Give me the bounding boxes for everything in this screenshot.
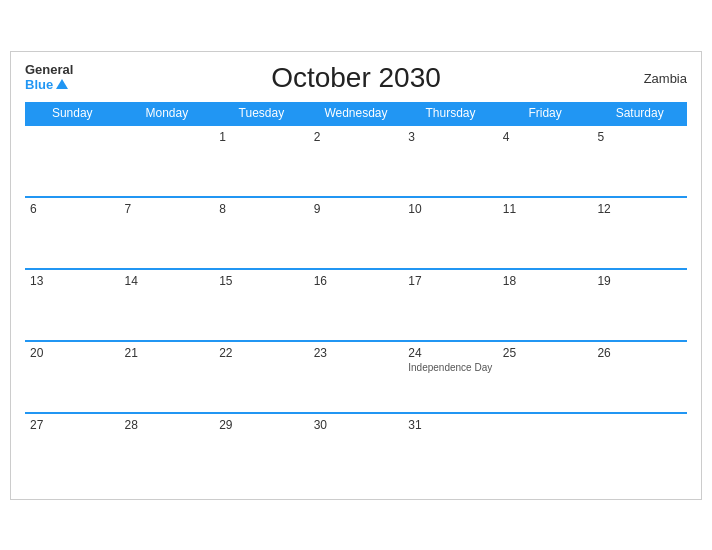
day-number: 31 (408, 418, 493, 432)
header-thursday: Thursday (403, 102, 498, 125)
calendar-cell: 10 (403, 197, 498, 269)
logo-general-text: General (25, 63, 73, 77)
calendar-week-row: 2021222324Independence Day2526 (25, 341, 687, 413)
calendar-cell: 3 (403, 125, 498, 197)
day-number: 5 (597, 130, 682, 144)
calendar-cell: 15 (214, 269, 309, 341)
calendar-grid: Sunday Monday Tuesday Wednesday Thursday… (25, 102, 687, 485)
day-number: 18 (503, 274, 588, 288)
calendar-cell: 30 (309, 413, 404, 485)
calendar-cell: 17 (403, 269, 498, 341)
logo-blue-text: Blue (25, 78, 68, 92)
calendar-week-row: 12345 (25, 125, 687, 197)
day-number: 25 (503, 346, 588, 360)
calendar-cell: 19 (592, 269, 687, 341)
calendar-cell (592, 413, 687, 485)
calendar-cell: 4 (498, 125, 593, 197)
calendar-cell: 8 (214, 197, 309, 269)
day-number: 20 (30, 346, 115, 360)
day-number: 29 (219, 418, 304, 432)
calendar-week-row: 6789101112 (25, 197, 687, 269)
calendar-cell: 28 (120, 413, 215, 485)
day-number: 6 (30, 202, 115, 216)
calendar-cell: 25 (498, 341, 593, 413)
calendar-cell: 27 (25, 413, 120, 485)
day-number: 27 (30, 418, 115, 432)
day-number: 2 (314, 130, 399, 144)
calendar-cell (498, 413, 593, 485)
day-number: 12 (597, 202, 682, 216)
calendar-week-row: 13141516171819 (25, 269, 687, 341)
calendar-cell: 20 (25, 341, 120, 413)
day-number: 3 (408, 130, 493, 144)
day-number: 30 (314, 418, 399, 432)
day-number: 10 (408, 202, 493, 216)
day-number: 14 (125, 274, 210, 288)
day-number: 17 (408, 274, 493, 288)
day-number: 11 (503, 202, 588, 216)
calendar-cell: 5 (592, 125, 687, 197)
calendar-cell: 29 (214, 413, 309, 485)
calendar-cell (120, 125, 215, 197)
calendar-cell: 9 (309, 197, 404, 269)
header-friday: Friday (498, 102, 593, 125)
day-number: 26 (597, 346, 682, 360)
logo-triangle-icon (56, 79, 68, 89)
calendar-cell: 24Independence Day (403, 341, 498, 413)
calendar-cell: 18 (498, 269, 593, 341)
calendar-cell: 13 (25, 269, 120, 341)
day-event: Independence Day (408, 362, 493, 373)
calendar-container: General Blue October 2030 Zambia Sunday … (10, 51, 702, 500)
calendar-cell (25, 125, 120, 197)
header-saturday: Saturday (592, 102, 687, 125)
day-number: 8 (219, 202, 304, 216)
header-monday: Monday (120, 102, 215, 125)
logo: General Blue (25, 63, 73, 92)
day-number: 1 (219, 130, 304, 144)
calendar-cell: 26 (592, 341, 687, 413)
day-number: 23 (314, 346, 399, 360)
calendar-cell: 11 (498, 197, 593, 269)
calendar-header: General Blue October 2030 Zambia (25, 62, 687, 94)
day-number: 22 (219, 346, 304, 360)
calendar-cell: 12 (592, 197, 687, 269)
calendar-cell: 31 (403, 413, 498, 485)
day-number: 15 (219, 274, 304, 288)
calendar-cell: 16 (309, 269, 404, 341)
header-tuesday: Tuesday (214, 102, 309, 125)
calendar-cell: 23 (309, 341, 404, 413)
calendar-cell: 22 (214, 341, 309, 413)
day-number: 9 (314, 202, 399, 216)
day-number: 28 (125, 418, 210, 432)
calendar-body: 123456789101112131415161718192021222324I… (25, 125, 687, 485)
calendar-week-row: 2728293031 (25, 413, 687, 485)
day-number: 4 (503, 130, 588, 144)
day-number: 19 (597, 274, 682, 288)
header-wednesday: Wednesday (309, 102, 404, 125)
calendar-cell: 7 (120, 197, 215, 269)
day-number: 24 (408, 346, 493, 360)
day-number: 16 (314, 274, 399, 288)
header-sunday: Sunday (25, 102, 120, 125)
day-number: 7 (125, 202, 210, 216)
day-number: 13 (30, 274, 115, 288)
calendar-cell: 2 (309, 125, 404, 197)
calendar-thead: Sunday Monday Tuesday Wednesday Thursday… (25, 102, 687, 125)
country-label: Zambia (644, 70, 687, 85)
calendar-cell: 21 (120, 341, 215, 413)
calendar-title: October 2030 (271, 62, 441, 94)
days-header-row: Sunday Monday Tuesday Wednesday Thursday… (25, 102, 687, 125)
calendar-cell: 6 (25, 197, 120, 269)
day-number: 21 (125, 346, 210, 360)
calendar-cell: 14 (120, 269, 215, 341)
calendar-cell: 1 (214, 125, 309, 197)
logo-blue-label: Blue (25, 78, 53, 92)
